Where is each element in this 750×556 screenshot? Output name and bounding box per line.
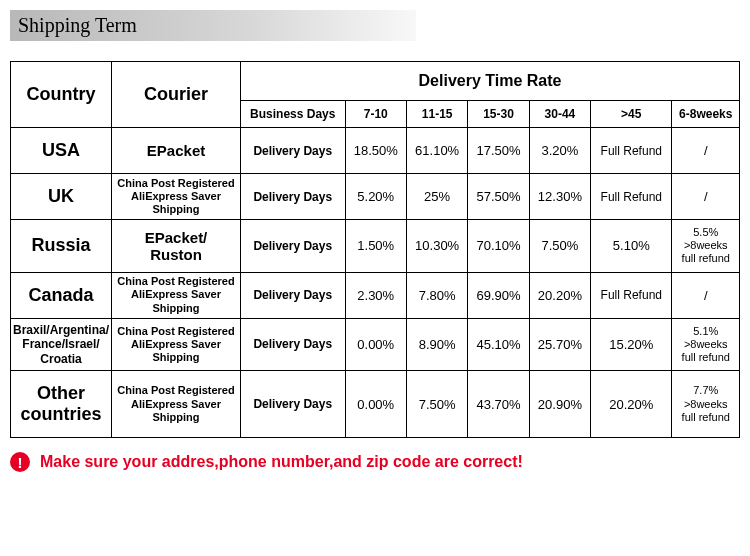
data-cell: 5.20% <box>345 174 406 220</box>
data-cell: 43.70% <box>468 371 529 438</box>
data-cell: 12.30% <box>529 174 590 220</box>
data-cell: 20.20% <box>529 272 590 318</box>
country-cell: Russia <box>11 220 112 273</box>
subheader-4: 30-44 <box>529 101 590 128</box>
table-row: Braxil/Argentina/ France/Israel/ Croatia… <box>11 318 740 371</box>
table-row: USAEPacketDelivery Days18.50%61.10%17.50… <box>11 128 740 174</box>
courier-cell: China Post Registered AliExpress Saver S… <box>112 272 241 318</box>
label-cell: Delivery Days <box>241 220 346 273</box>
country-cell: Canada <box>11 272 112 318</box>
courier-cell: EPacket <box>112 128 241 174</box>
data-cell: 7.50% <box>406 371 467 438</box>
data-cell: 7.50% <box>529 220 590 273</box>
data-cell: / <box>672 128 740 174</box>
data-cell: / <box>672 272 740 318</box>
country-cell: Braxil/Argentina/ France/Israel/ Croatia <box>11 318 112 371</box>
data-cell: 57.50% <box>468 174 529 220</box>
data-cell: 15.20% <box>591 318 672 371</box>
data-cell: 20.90% <box>529 371 590 438</box>
label-cell: Delivery Days <box>241 128 346 174</box>
courier-cell: China Post Registered AliExpress Saver S… <box>112 174 241 220</box>
warning-text: Make sure your addres,phone number,and z… <box>40 453 523 471</box>
data-cell: Full Refund <box>591 272 672 318</box>
table-row: CanadaChina Post Registered AliExpress S… <box>11 272 740 318</box>
table-row: RussiaEPacket/ RustonDelivery Days1.50%1… <box>11 220 740 273</box>
data-cell: 25.70% <box>529 318 590 371</box>
data-cell: 0.00% <box>345 371 406 438</box>
warning-row: ! Make sure your addres,phone number,and… <box>10 452 740 472</box>
data-cell: 61.10% <box>406 128 467 174</box>
section-header: Shipping Term <box>10 10 416 41</box>
data-cell: 70.10% <box>468 220 529 273</box>
shipping-table: Country Courier Delivery Time Rate Busin… <box>10 61 740 438</box>
courier-cell: China Post Registered AliExpress Saver S… <box>112 318 241 371</box>
subheader-6: 6-8weeks <box>672 101 740 128</box>
data-cell: 2.30% <box>345 272 406 318</box>
data-cell: 0.00% <box>345 318 406 371</box>
data-cell: 5.10% <box>591 220 672 273</box>
header-courier: Courier <box>112 62 241 128</box>
table-row: UKChina Post Registered AliExpress Saver… <box>11 174 740 220</box>
data-cell: Full Refund <box>591 128 672 174</box>
data-cell: 45.10% <box>468 318 529 371</box>
data-cell: 25% <box>406 174 467 220</box>
label-cell: Delivery Days <box>241 174 346 220</box>
data-cell: 3.20% <box>529 128 590 174</box>
data-cell: 69.90% <box>468 272 529 318</box>
data-cell: 8.90% <box>406 318 467 371</box>
data-cell: Full Refund <box>591 174 672 220</box>
data-cell: 5.5% >8weeks full refund <box>672 220 740 273</box>
data-cell: 18.50% <box>345 128 406 174</box>
table-row: Other countriesChina Post Registered Ali… <box>11 371 740 438</box>
header-delivery: Delivery Time Rate <box>241 62 740 101</box>
subheader-2: 11-15 <box>406 101 467 128</box>
subheader-5: >45 <box>591 101 672 128</box>
data-cell: 5.1% >8weeks full refund <box>672 318 740 371</box>
label-cell: Delivery Days <box>241 272 346 318</box>
subheader-1: 7-10 <box>345 101 406 128</box>
data-cell: / <box>672 174 740 220</box>
data-cell: 17.50% <box>468 128 529 174</box>
header-country: Country <box>11 62 112 128</box>
data-cell: 1.50% <box>345 220 406 273</box>
data-cell: 10.30% <box>406 220 467 273</box>
country-cell: UK <box>11 174 112 220</box>
warning-icon: ! <box>10 452 30 472</box>
data-cell: 20.20% <box>591 371 672 438</box>
courier-cell: China Post Registered AliExpress Saver S… <box>112 371 241 438</box>
data-cell: 7.7% >8weeks full refund <box>672 371 740 438</box>
subheader-3: 15-30 <box>468 101 529 128</box>
courier-cell: EPacket/ Ruston <box>112 220 241 273</box>
data-cell: 7.80% <box>406 272 467 318</box>
country-cell: USA <box>11 128 112 174</box>
country-cell: Other countries <box>11 371 112 438</box>
subheader-0: Business Days <box>241 101 346 128</box>
label-cell: Delivery Days <box>241 318 346 371</box>
label-cell: Delivery Days <box>241 371 346 438</box>
